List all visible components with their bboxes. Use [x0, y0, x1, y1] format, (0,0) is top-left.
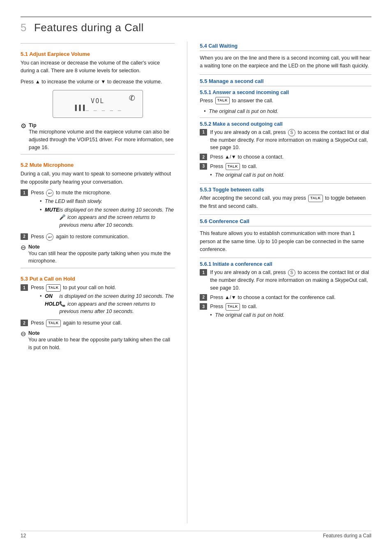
section-5-6-title: 5.6 Conference Call [200, 218, 371, 224]
section-5-2: 5.2 Mute Microphone During a call, you m… [21, 154, 175, 265]
list-num-5-6-1-1: 1 [200, 269, 207, 276]
list-num-5-5-2-1: 1 [200, 129, 207, 136]
section-5-2-body: During a call, you may want to speak to … [21, 170, 175, 186]
tip-label: Tip [29, 122, 37, 128]
note-icon: ⊖ [21, 244, 26, 251]
tip-icon: ⚙ [21, 122, 26, 130]
note-text-5-2: You can still hear the opposite party ta… [28, 251, 171, 264]
footer-chapter-label: Features during a Call [323, 533, 371, 539]
note-label-5-3: Note [28, 330, 40, 336]
footer: 12 Features during a Call [21, 531, 371, 539]
list-item-5-6-1-1: 1 If you are already on a call, press S … [200, 269, 371, 292]
note-box-5-3: ⊖ Note You are unable to hear the opposi… [21, 330, 175, 352]
page: 5Features during a Call 5.1 Adjust Earpi… [0, 0, 392, 555]
section-5-5-3-rule [200, 183, 371, 184]
bullet-list-5-3-1: ON HOLD is displayed on the screen durin… [40, 292, 175, 315]
mute-button-icon: ↩ [46, 189, 53, 197]
vol-label: VOL [91, 97, 104, 105]
list-num-5-5-2-3: 3 [200, 163, 207, 170]
section-5-3-rule [21, 268, 175, 268]
note-text-5-3: You are unable to hear the opposite part… [28, 337, 170, 350]
section-5-1-body1: You can increase or decrease the volume … [21, 59, 175, 75]
chapter-title: 5Features during a Call [21, 21, 371, 34]
mute-button-icon2: ↩ [46, 233, 53, 241]
skype-icon-5-6-1: S [288, 269, 295, 276]
list-item-5-3-2: 2 Press TALK again to resume your call. [21, 319, 175, 327]
section-5-6-rule2 [200, 226, 371, 226]
section-5-6-1: 5.6.1 Initiate a conference call 1 If yo… [200, 258, 371, 321]
section-5-5-1-title: 5.5.1 Answer a second incoming call [200, 90, 371, 95]
section-5-1-title: 5.1 Adjust Earpiece Volume [21, 51, 175, 57]
section-5-4-body: When you are on the line and there is a … [200, 54, 371, 70]
bullet-5-5-1-1: The original call is put on hold. [204, 108, 371, 115]
section-5-1-body2: Press ▲ to increase the volume or ▼ to d… [21, 78, 175, 86]
list-item-5-3-1-text: Press TALK to put your call on hold. ON … [31, 284, 175, 318]
phone-display: ✆ VOL ▐▐▐_ _ _ _ _ [53, 90, 143, 118]
right-column: 5.4 Call Waiting When you are on the lin… [187, 41, 371, 523]
tip-box-5-1: ⚙ Tip The microphone volume and the earp… [21, 122, 175, 151]
two-column-layout: 5.1 Adjust Earpiece Volume You can incre… [21, 41, 371, 523]
section-5-4: 5.4 Call Waiting When you are on the lin… [200, 43, 371, 70]
bullet-list-5-2-1: The LED will flash slowly. MUTE is displ… [40, 198, 175, 229]
section-5-5-2: 5.5.2 Make a second outgoing call 1 If y… [200, 121, 371, 181]
section-5-6: 5.6 Conference Call This feature allows … [200, 214, 371, 253]
section-5-6-1-list: 1 If you are already on a call, press S … [200, 269, 371, 321]
section-5-6-1-title: 5.6.1 Initiate a conference call [200, 261, 371, 267]
skype-icon-5-5-2: S [288, 129, 295, 136]
section-5-5: 5.5 Manage a second call 5.5.1 Answer a … [200, 74, 371, 210]
volume-bars: ▐▐▐_ _ _ _ _ [74, 105, 122, 111]
section-5-1: 5.1 Adjust Earpiece Volume You can incre… [21, 43, 175, 151]
bullet-list-5-5-1: The original call is put on hold. [204, 108, 371, 115]
list-item-5-6-1-2: 2 Press ▲/▼ to choose a contact for the … [200, 294, 371, 302]
section-5-2-title: 5.2 Mute Microphone [21, 162, 175, 168]
list-num-5-5-2-2: 2 [200, 154, 207, 160]
section-5-2-list: 1 Press ↩ to mute the microphone. The LE… [21, 189, 175, 241]
list-num-5-6-1-2: 2 [200, 294, 207, 301]
list-item-5-2-2: 2 Press ↩ again to restore communication… [21, 233, 175, 241]
list-num-5-3-1: 1 [21, 284, 28, 291]
list-item-5-2-1: 1 Press ↩ to mute the microphone. The LE… [21, 189, 175, 231]
note-content-5-2: Note You can still hear the opposite par… [28, 244, 175, 265]
section-5-5-2-rule [200, 117, 371, 118]
section-5-6-body: This feature allows you to establish com… [200, 230, 371, 253]
section-5-5-2-list: 1 If you are already on a call, press S … [200, 129, 371, 181]
section-5-5-rule2 [200, 86, 371, 86]
list-item-5-5-2-3: 3 Press TALK to call. The original call … [200, 163, 371, 181]
list-item-5-3-1: 1 Press TALK to put your call on hold. O… [21, 284, 175, 318]
section-5-3: 5.3 Put a Call on Hold 1 Press TALK to p… [21, 268, 175, 351]
section-5-5-1-body: Press TALK to answer the call. [200, 97, 371, 105]
talk-button-icon2: TALK [46, 320, 60, 327]
list-item-5-3-2-text: Press TALK again to resume your call. [31, 319, 122, 327]
list-item-5-5-2-1: 1 If you are already on a call, press S … [200, 129, 371, 152]
chapter-top-rule [21, 16, 371, 17]
list-item-5-2-1-text: Press ↩ to mute the microphone. The LED … [31, 189, 175, 231]
section-5-4-rule [200, 51, 371, 51]
tip-text: The microphone volume and the earpiece v… [29, 129, 173, 150]
note-box-5-2: ⊖ Note You can still hear the opposite p… [21, 244, 175, 265]
section-5-2-rule [21, 154, 175, 154]
bullet-5-2-1-2: MUTE is displayed on the screen during 1… [40, 206, 175, 229]
tip-content: Tip The microphone volume and the earpie… [29, 122, 175, 151]
note-content-5-3: Note You are unable to hear the opposite… [28, 330, 175, 352]
section-5-6-1-rule [200, 258, 371, 258]
list-num-2: 2 [21, 233, 28, 240]
list-num-1: 1 [21, 189, 28, 196]
chapter-number: 5 [21, 21, 27, 34]
section-5-6-rule [200, 214, 371, 215]
section-5-3-title: 5.3 Put a Call on Hold [21, 276, 175, 282]
talk-icon-5-5-2-3: TALK [226, 163, 240, 170]
section-5-3-list: 1 Press TALK to put your call on hold. O… [21, 284, 175, 327]
handset-icon: ✆ [128, 93, 136, 103]
list-item-5-5-2-2: 2 Press ▲/▼ to choose a contact. [200, 153, 371, 161]
talk-icon-5-5-3: TALK [308, 195, 323, 202]
section-5-5-2-title: 5.5.2 Make a second outgoing call [200, 121, 371, 127]
section-5-5-3-body: After accepting the second call, you may… [200, 194, 371, 210]
bullet-5-3-1-1: ON HOLD is displayed on the screen durin… [40, 292, 175, 315]
footer-page-number: 12 [21, 533, 26, 539]
talk-button-icon: TALK [46, 284, 60, 292]
list-item-5-6-1-3: 3 Press TALK to call. The original call … [200, 303, 371, 321]
section-5-5-1: 5.5.1 Answer a second incoming call Pres… [200, 90, 371, 115]
section-5-5-title: 5.5 Manage a second call [200, 78, 371, 84]
list-num-5-6-1-3: 3 [200, 303, 207, 310]
section-5-1-rule [21, 43, 175, 44]
